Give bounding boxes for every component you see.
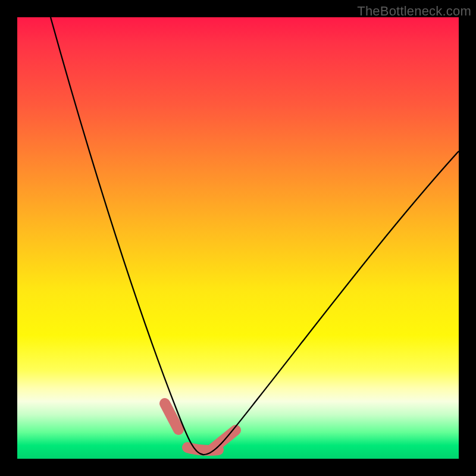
figure-frame: TheBottleneck.com <box>0 0 476 476</box>
watermark-text: TheBottleneck.com <box>357 4 471 19</box>
gradient-plot-area <box>17 17 459 459</box>
